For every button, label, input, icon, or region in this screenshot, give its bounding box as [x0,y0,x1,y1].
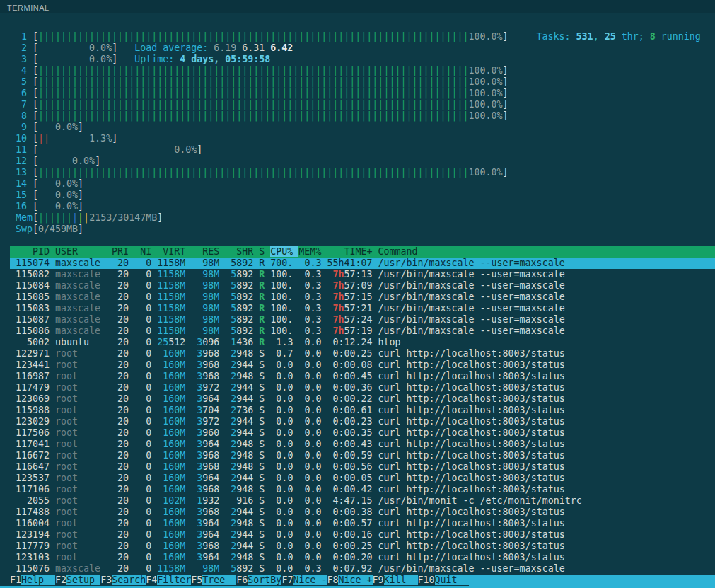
cpu-meter-2: 2 [ 0.0%] Load average: 6.19 6.31 6.42 [10,42,701,54]
cell-pri: 20 [112,416,134,427]
column-header-res[interactable]: RES [191,246,225,257]
cell-user: ubuntu [55,337,112,347]
process-row[interactable]: 123537 root 20 0 160M 3964 2944 S 0.0 0.… [10,473,715,484]
process-row[interactable]: 2055 root 20 0 102M 1932 916 S 0.0 0.0 4… [10,495,715,507]
process-row[interactable]: 116672 root 20 0 160M 3968 2948 S 0.0 0.… [10,450,715,461]
process-row[interactable]: 116987 root 20 0 160M 3968 2948 S 0.0 0.… [10,371,715,382]
process-row[interactable]: 115076 maxscale 20 0 1158M 98M 5892 S 0.… [10,563,715,575]
process-row[interactable]: 117041 root 20 0 160M 3964 2948 S 0.0 0.… [10,439,715,450]
process-row[interactable]: 117106 root 20 0 160M 3968 2948 S 0.0 0.… [10,484,715,495]
cell-user: maxscale [55,563,112,574]
column-header-pid[interactable]: PID [10,246,55,257]
process-row[interactable]: 123029 root 20 0 160M 3972 2944 S 0.0 0.… [10,416,715,427]
column-header-shr[interactable]: SHR [225,246,259,257]
cell-time: 0:00.35 [327,427,378,438]
cpu-meter-8-label: 8 [10,110,33,121]
fkey-search-button[interactable]: F3Search [100,575,146,586]
process-row[interactable]: 122971 root 20 0 160M 3968 2948 S 0.7 0.… [10,348,715,359]
cell-pid: 115074 [10,258,55,268]
process-row[interactable]: 116647 root 20 0 160M 3968 2948 S 0.0 0.… [10,461,715,473]
process-row[interactable]: 123103 root 20 0 160M 3964 2948 S 0.0 0.… [10,552,715,563]
cell-state: S [259,405,270,415]
cpu-meter-percent: 100.0% [468,99,502,110]
cell-mem: 0.0 [298,495,327,506]
cell-cpu: 0.7 [270,348,298,359]
process-row[interactable]: 115086 maxscale 20 0 1158M 98M 5892 R 10… [10,325,715,337]
cpu-meter-8: 8 [|||||||||||||||||||||||||||||||||||||… [10,110,701,122]
process-row[interactable]: 115087 maxscale 20 0 1158M 98M 5892 R 10… [10,314,715,325]
cell-time: 57:15 [344,292,378,302]
load-1min: 6.19 [214,42,242,53]
process-row[interactable]: 115082 maxscale 20 0 1158M 98M 5892 R 10… [10,269,715,280]
cpu-meter-10: 10 [|| 1.3%] [10,133,701,144]
process-row[interactable]: 5002 ubuntu 20 0 25512 3096 1436 R 1.3 0… [10,337,715,348]
cpu-meter-4-label: 4 [10,65,33,76]
process-row[interactable]: 115988 root 20 0 160M 3704 2736 S 0.0 0.… [10,405,715,416]
cell-user: root [55,484,112,495]
cell-mem: 0.0 [298,359,327,370]
process-table-header[interactable]: PID USER PRI NI VIRT RES SHR S CPU% MEM%… [10,246,715,258]
cell-cpu: 100. [270,314,298,325]
column-header-pri[interactable]: PRI [112,246,134,257]
process-row[interactable]: 117479 root 20 0 160M 3972 2944 S 0.0 0.… [10,382,715,393]
fkey-tree-button[interactable]: F5Tree [191,575,236,586]
cpu-meter-percent: 100.0% [468,110,502,121]
cell-mem: 0.3 [298,314,327,325]
column-header-cpu[interactable]: CPU% [270,246,298,257]
column-header-user[interactable]: USER [55,246,112,257]
tasks-running: 8 [650,31,656,42]
cell-mem: 0.3 [298,292,327,302]
process-row[interactable]: 116004 root 20 0 160M 3964 2948 S 0.0 0.… [10,518,715,529]
column-header-time+[interactable]: TIME+ [327,246,378,257]
fkey-kill-button[interactable]: F9Kill [373,575,418,586]
fkey-sortby-button[interactable]: F6SortBy [236,575,281,586]
fkey-filter-button[interactable]: F4Filter [146,575,191,586]
cell-state: R [259,314,270,325]
cell-state: S [259,427,270,438]
fkey-setup-button[interactable]: F2Setup [55,575,100,586]
panel-title[interactable]: TERMINAL [7,4,50,12]
cell-cpu: 0.0 [270,450,298,461]
process-row[interactable]: 117488 root 20 0 160M 3968 2944 S 0.0 0.… [10,507,715,518]
cell-pid: 117106 [10,484,55,495]
mem-bar-buffers: | [72,212,78,223]
cell-user: root [55,416,112,427]
process-row[interactable]: 115074 maxscale 20 0 1158M 98M 5892 R 70… [10,258,715,269]
fkey-number: F4 [146,575,157,585]
fkey-label: SortBy [248,575,281,585]
column-header-virt[interactable]: VIRT [157,246,191,257]
cell-user: maxscale [55,292,112,302]
fkey-nice-button[interactable]: F8Nice + [327,575,372,586]
process-row[interactable]: 123194 root 20 0 160M 3964 2944 S 0.0 0.… [10,529,715,541]
cpu-meter-3-label: 3 [10,54,33,64]
cell-user: root [55,541,112,551]
cell-cpu: 0.0 [270,495,298,506]
cell-cpu: 100. [270,292,298,302]
fkey-help-button[interactable]: F1Help [10,575,55,586]
cell-user: maxscale [55,303,112,313]
cell-time-hours: 7h [327,292,344,302]
cpu-meter-percent: 0.0% [55,201,78,212]
cell-time: 0:00.38 [327,507,378,517]
process-row[interactable]: 115083 maxscale 20 0 1158M 98M 5892 R 10… [10,303,715,314]
process-row[interactable]: 123441 root 20 0 160M 3968 2944 S 0.0 0.… [10,359,715,371]
process-row[interactable]: 115084 maxscale 20 0 1158M 98M 5892 R 10… [10,280,715,292]
column-header-ni[interactable]: NI [134,246,157,257]
cpu-meter-11: 11 [ 0.0%] [10,144,701,156]
column-header-s[interactable]: S [259,246,270,257]
cell-pri: 20 [112,303,134,313]
cell-pid: 117779 [10,541,55,551]
column-header-mem[interactable]: MEM% [298,246,327,257]
cpu-meter-6: 6 [|||||||||||||||||||||||||||||||||||||… [10,88,701,99]
cell-pri: 20 [112,439,134,449]
process-row[interactable]: 117506 root 20 0 160M 3960 2944 S 0.0 0.… [10,427,715,439]
process-row[interactable]: 115085 maxscale 20 0 1158M 98M 5892 R 10… [10,292,715,303]
process-row[interactable]: 123069 root 20 0 160M 3964 2944 S 0.0 0.… [10,393,715,405]
cell-cpu: 0.0 [270,439,298,449]
column-header-command[interactable]: Command [378,246,417,257]
fkey-nice-button[interactable]: F7Nice - [281,575,327,586]
process-row[interactable]: 117779 root 20 0 160M 3968 2944 S 0.0 0.… [10,541,715,552]
cell-state: S [259,484,270,495]
fkey-quit-button[interactable]: F10Quit [418,575,469,586]
fkey-label: Setup [66,575,100,585]
